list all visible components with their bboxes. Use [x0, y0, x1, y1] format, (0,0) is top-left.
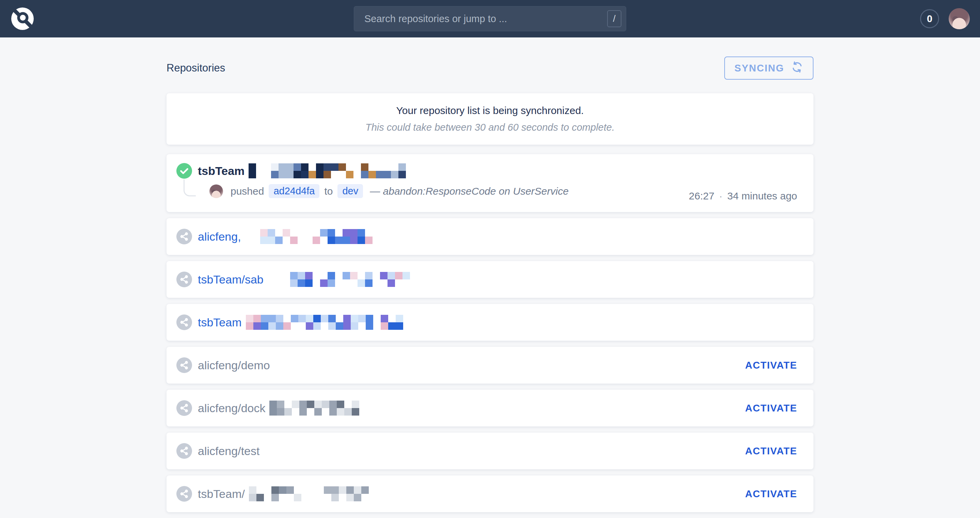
slash-shortcut-key: /	[607, 10, 621, 27]
shutter-search-logo-icon	[10, 27, 35, 32]
repo-row: tsbTeam pushed ad24d4fa to dev — abandon…	[167, 154, 813, 212]
repo-row-main-line: alicfeng/demo	[177, 358, 745, 373]
activate-button[interactable]: ACTIVATE	[745, 445, 797, 457]
redacted-repo-name-pixels	[245, 229, 372, 244]
repo-name-link[interactable]: tsbTeam	[198, 316, 242, 329]
main-content: Repositories SYNCING Your repository lis…	[167, 57, 813, 512]
commit-message: — abandon:ResponseCode on UserService	[370, 186, 569, 197]
repo-row-main-line: alicfeng,	[177, 229, 797, 245]
page-title: Repositories	[167, 62, 225, 74]
repo-row-main-line: alicfeng/dock	[177, 400, 745, 416]
repo-row: alicfeng/dock ACTIVATE	[167, 390, 813, 426]
repo-row: alicfeng,	[167, 218, 813, 255]
refresh-arrows-icon	[791, 61, 803, 76]
redacted-repo-name-pixels	[246, 315, 403, 330]
repo-row-main-line: alicfeng/test	[177, 443, 745, 459]
sync-notice-subtitle: This could take between 30 and 60 second…	[167, 122, 813, 133]
repo-row-main-line: tsbTeam/	[177, 486, 745, 502]
commit-hash-link[interactable]: ad24d4fa	[269, 184, 320, 198]
repo-row: tsbTeam	[167, 304, 813, 341]
repo-name-link[interactable]: alicfeng,	[198, 230, 241, 243]
repo-name-link[interactable]: alicfeng/test	[198, 445, 259, 458]
time-separator: ·	[719, 190, 722, 202]
activity-action: pushed	[231, 186, 264, 197]
repo-row: tsbTeam/ ACTIVATE	[167, 475, 813, 512]
time-ago: 34 minutes ago	[727, 190, 797, 202]
activate-button[interactable]: ACTIVATE	[745, 488, 797, 500]
redacted-repo-name-pixels	[268, 272, 417, 287]
syncing-button[interactable]: SYNCING	[724, 57, 813, 79]
repo-row: tsbTeam/sab	[167, 261, 813, 298]
redacted-repo-name-pixels	[269, 400, 367, 416]
gray-share-circle-icon	[177, 315, 192, 330]
repo-row-main-line: tsbTeam	[177, 163, 797, 179]
activity-connector-line	[183, 180, 196, 196]
page-head: Repositories SYNCING	[167, 57, 813, 79]
build-time: 26:27·34 minutes ago	[689, 190, 797, 202]
top-navbar: / 0	[0, 0, 980, 37]
gray-share-circle-icon	[177, 443, 192, 459]
repo-list: tsbTeam pushed ad24d4fa to dev — abandon…	[167, 154, 813, 512]
repo-name-link[interactable]: tsbTeam/	[198, 487, 245, 501]
repo-name-link[interactable]: tsbTeam/sab	[198, 273, 264, 286]
activity-to-word: to	[324, 186, 332, 197]
syncing-button-label: SYNCING	[735, 63, 784, 74]
activate-button[interactable]: ACTIVATE	[745, 360, 797, 371]
gray-share-circle-icon	[177, 400, 192, 416]
repo-row: alicfeng/demo ACTIVATE	[167, 347, 813, 384]
redacted-repo-name-pixels	[249, 486, 369, 501]
user-avatar[interactable]	[949, 8, 970, 29]
repo-row-main-line: tsbTeam	[177, 315, 797, 330]
repo-name-link[interactable]: alicfeng/demo	[198, 359, 270, 372]
green-check-circle-icon	[177, 163, 192, 179]
app-logo-button[interactable]	[10, 6, 35, 31]
search-input[interactable]	[354, 6, 626, 31]
repo-row-main-line: tsbTeam/sab	[177, 272, 797, 287]
gray-share-circle-icon	[177, 272, 192, 287]
notifications-badge[interactable]: 0	[920, 9, 939, 28]
gray-share-circle-icon	[177, 486, 192, 502]
repo-row: alicfeng/test ACTIVATE	[167, 432, 813, 469]
gray-share-circle-icon	[177, 229, 192, 245]
activate-button[interactable]: ACTIVATE	[745, 403, 797, 414]
gray-share-circle-icon	[177, 358, 192, 373]
sync-notice-card: Your repository list is being synchroniz…	[167, 93, 813, 145]
redacted-repo-name-pixels	[248, 164, 414, 178]
branch-link[interactable]: dev	[337, 184, 363, 198]
repo-name-link[interactable]: tsbTeam	[198, 164, 245, 178]
repo-name-link[interactable]: alicfeng/dock	[198, 402, 265, 415]
navbar-right: 0	[920, 8, 970, 29]
build-duration: 26:27	[689, 190, 714, 202]
global-search: /	[354, 6, 626, 31]
sync-notice-title: Your repository list is being synchroniz…	[167, 105, 813, 116]
pusher-avatar	[209, 184, 223, 198]
